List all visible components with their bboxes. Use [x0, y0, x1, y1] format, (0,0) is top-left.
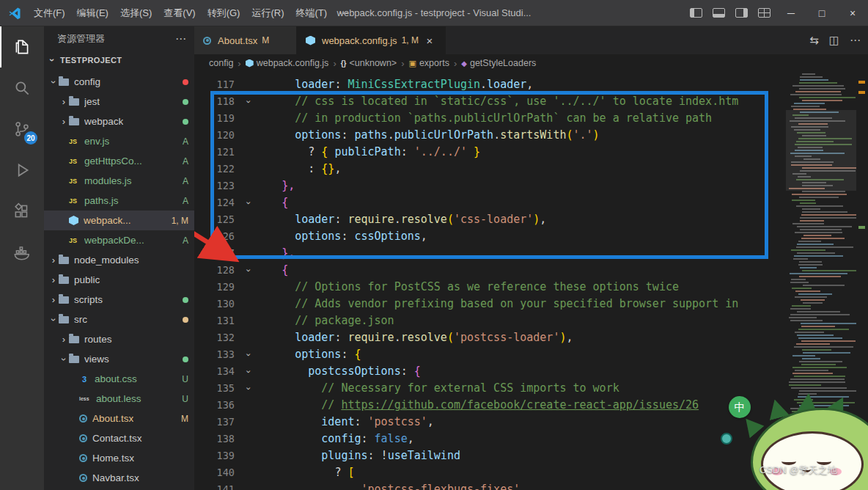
minimap-line — [791, 249, 825, 251]
code-text: loader: require.resolve('css-loader'), — [255, 211, 546, 228]
more-actions-icon[interactable]: ⋯ — [850, 34, 861, 47]
maximize-button[interactable]: □ — [806, 0, 837, 26]
tree-item-webpackDe...[interactable]: JSwebpackDe...A — [44, 230, 194, 250]
split-editor-icon[interactable]: ◫ — [829, 34, 839, 47]
tree-item-label: webpack... — [84, 215, 131, 226]
search-icon[interactable] — [0, 67, 44, 109]
menu-item[interactable]: 转到(G) — [202, 4, 246, 23]
tree-item-views[interactable]: ›views — [44, 349, 194, 369]
tab-About.tsx[interactable]: About.tsxM — [194, 26, 297, 54]
fold-icon[interactable]: › — [240, 196, 257, 210]
tree-item-Contact.tsx[interactable]: Contact.tsx — [44, 428, 194, 448]
tree-item-label: about.less — [96, 393, 141, 404]
source-control-icon[interactable]: 20 — [0, 109, 44, 150]
git-status-badge: A — [178, 235, 188, 246]
tree-item-webpack...[interactable]: webpack...1, M — [44, 211, 194, 230]
breadcrumb-item-config[interactable]: config — [209, 58, 233, 68]
tree-item-label: About.tsx — [92, 413, 133, 424]
toggle-secondary-sidebar-icon[interactable] — [735, 8, 748, 18]
fold-icon[interactable]: › — [240, 95, 257, 109]
menu-item[interactable]: 选择(S) — [114, 4, 158, 23]
breadcrumb-label: webpack.config.js — [257, 58, 329, 68]
tree-item-public[interactable]: ›public — [44, 270, 194, 290]
extensions-icon[interactable] — [0, 191, 44, 232]
ruler-mark — [858, 226, 865, 229]
folder-icon — [69, 336, 79, 343]
minimap-line — [801, 326, 835, 327]
tab-bar: About.tsxMwebpack.config.js1, M× ⇆◫⋯ — [194, 26, 868, 54]
minimap-slider[interactable] — [786, 110, 856, 191]
breadcrumb-item-getStyleLoaders[interactable]: ◆getStyleLoaders — [461, 58, 536, 68]
code-line-122: 122 : {}, — [194, 161, 868, 178]
minimap-line — [792, 288, 812, 289]
breadcrumb-label: config — [209, 58, 233, 68]
run-debug-icon[interactable] — [0, 150, 44, 191]
tree-item-getHttpsCo...[interactable]: JSgetHttpsCo...A — [44, 151, 194, 171]
fold-icon[interactable]: › — [240, 365, 257, 379]
minimap-line — [794, 346, 853, 348]
fold-icon[interactable]: › — [240, 381, 257, 395]
folder-icon — [59, 257, 69, 264]
code-text: { — [255, 194, 288, 211]
project-root[interactable]: › TESTPROJECT — [44, 51, 194, 69]
tree-item-about.less[interactable]: lessabout.lessU — [44, 389, 194, 409]
line-number: 139 — [194, 447, 241, 464]
chevron-icon: › — [48, 77, 59, 87]
tree-item-modules.js[interactable]: JSmodules.jsA — [44, 171, 194, 191]
menu-item[interactable]: 运行(R) — [246, 4, 290, 23]
tab-webpack.config.js[interactable]: webpack.config.js1, M× — [297, 26, 446, 54]
tree-item-paths.js[interactable]: JSpaths.jsA — [44, 191, 194, 211]
menu-item[interactable]: 查看(V) — [158, 4, 201, 23]
docker-icon[interactable] — [0, 232, 44, 273]
tab-close-icon[interactable]: × — [423, 34, 436, 47]
tree-item-node_modules[interactable]: ›node_modules — [44, 250, 194, 270]
tree-item-src[interactable]: ›src — [44, 310, 194, 329]
tab-label: About.tsx — [218, 35, 257, 46]
fold-icon[interactable]: › — [240, 263, 257, 277]
close-button[interactable]: × — [837, 0, 868, 26]
tree-item-label: node_modules — [74, 255, 139, 266]
tree-item-label: public — [74, 274, 100, 285]
fold-spacer — [241, 279, 255, 296]
breadcrumb-item-<unknown>[interactable]: {}<unknown> — [341, 58, 397, 68]
more-actions-icon[interactable]: ⋯ — [175, 32, 187, 45]
toggle-panel-icon[interactable] — [713, 8, 725, 18]
tree-item-about.css[interactable]: 3about.cssU — [44, 369, 194, 389]
folder-icon — [59, 316, 69, 323]
folder-status-dot — [183, 79, 188, 85]
fold-icon[interactable]: › — [240, 348, 257, 362]
tree-item-routes[interactable]: ›routes — [44, 329, 194, 349]
breadcrumb-item-webpack.config.js[interactable]: webpack.config.js — [246, 58, 329, 68]
tree-item-Navbar.tsx[interactable]: Navbar.tsx — [44, 468, 194, 488]
menu-item[interactable]: 编辑(E) — [71, 4, 114, 23]
code-line-132: 132 loader: require.resolve('postcss-loa… — [194, 329, 868, 346]
minimap-line — [797, 252, 834, 254]
line-number: 133 — [194, 346, 241, 363]
minimap-line — [801, 299, 825, 301]
breadcrumb-item-exports[interactable]: ▣exports — [409, 58, 449, 68]
minimap-line — [799, 361, 842, 362]
minimap-line — [794, 103, 825, 104]
menu-item[interactable]: 文件(F) — [28, 4, 71, 23]
fold-spacer — [241, 447, 255, 464]
toggle-sidebar-icon[interactable] — [690, 8, 702, 18]
tree-item-scripts[interactable]: ›scripts — [44, 290, 194, 310]
tree-item-About.tsx[interactable]: About.tsxM — [44, 409, 194, 428]
tree-item-env.js[interactable]: JSenv.jsA — [44, 131, 194, 151]
minimize-button[interactable]: ─ — [776, 0, 806, 26]
compare-icon[interactable]: ⇆ — [809, 34, 819, 47]
tree-item-Home.tsx[interactable]: Home.tsx — [44, 448, 194, 468]
breadcrumb-separator: › — [333, 58, 336, 69]
menu-item[interactable]: 终端(T) — [290, 4, 333, 23]
minimap-line — [800, 220, 825, 222]
minimap-line — [800, 76, 823, 78]
fold-spacer — [241, 228, 255, 245]
tree-item-config[interactable]: ›config — [44, 72, 194, 92]
customize-layout-icon[interactable] — [758, 8, 770, 18]
react-icon — [79, 434, 87, 442]
tree-item-jest[interactable]: ›jest — [44, 92, 194, 111]
code-text: }, — [255, 178, 295, 194]
explorer-icon[interactable] — [0, 26, 44, 67]
tree-item-webpack[interactable]: ›webpack — [44, 111, 194, 131]
minimap-line — [797, 311, 840, 312]
